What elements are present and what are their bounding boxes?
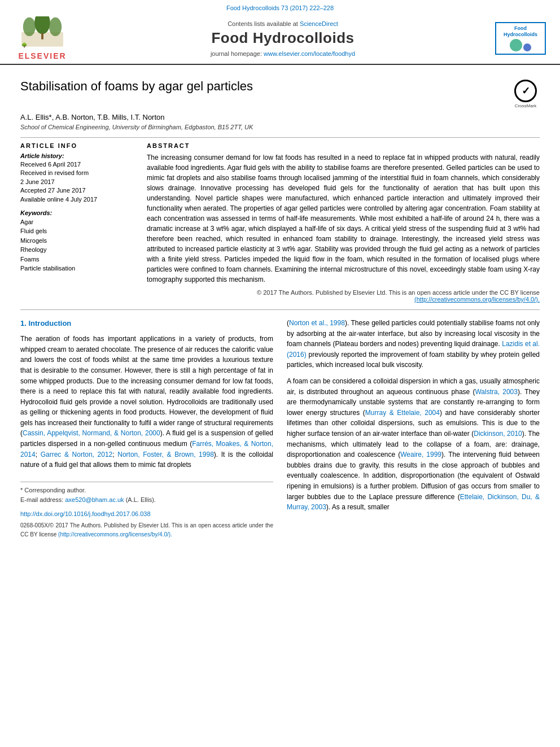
- cc-line: 0268-005X/© 2017 The Authors. Published …: [20, 521, 273, 539]
- crossmark-label: CrossMark: [515, 103, 537, 108]
- two-col-body: 1. Introduction The aeration of foods ha…: [20, 318, 540, 539]
- body-content: 1. Introduction The aeration of foods ha…: [20, 318, 540, 539]
- revised-date: Received in revised form 2 June 2017: [20, 169, 133, 186]
- ref-weaire[interactable]: Weaire, 1999: [400, 451, 441, 458]
- copyright-line: © 2017 The Authors. Published by Elsevie…: [147, 289, 540, 303]
- keywords-label: Keywords:: [20, 209, 133, 216]
- body-right-col: (Norton et al., 1998). These gelled part…: [287, 318, 540, 539]
- journal-ref: Food Hydrocolloids 73 (2017) 222–228: [226, 5, 334, 11]
- article-info-label: ARTICLE INFO: [20, 142, 133, 149]
- svg-text:🌳: 🌳: [21, 42, 28, 49]
- email-note: E-mail address: axe520@bham.ac.uk (A.L. …: [20, 495, 273, 505]
- authors: A.L. Ellis*, A.B. Norton, T.B. Mills, I.…: [20, 113, 540, 121]
- svg-point-2: [34, 16, 50, 34]
- article-info-col: ARTICLE INFO Article history: Received 6…: [20, 142, 133, 303]
- ref-norton1998[interactable]: Norton, Foster, & Brown, 1998: [117, 451, 214, 458]
- crossmark-badge: ✓ CrossMark: [511, 80, 540, 108]
- ref-lazidis[interactable]: Lazidis et al. (2016): [287, 340, 540, 359]
- article-title: Stabilisation of foams by agar gel parti…: [20, 78, 506, 95]
- sciencedirect-line: Contents lists available at ScienceDirec…: [85, 20, 481, 27]
- body-left-col: 1. Introduction The aeration of foods ha…: [20, 318, 273, 539]
- keyword-microgels: Microgels: [20, 236, 133, 246]
- journal-title-display: Food Hydrocolloids: [85, 29, 481, 47]
- elsevier-logo: 🌳 ELSEVIER: [11, 16, 73, 60]
- svg-point-1: [23, 18, 36, 36]
- journal-homepage: journal homepage: www.elsevier.com/locat…: [85, 50, 481, 57]
- article-history-label: Article history:: [20, 152, 133, 159]
- svg-point-3: [49, 18, 62, 36]
- svg-rect-4: [41, 33, 43, 40]
- logo-circle-blue: [523, 43, 531, 51]
- section1-heading: 1. Introduction: [20, 318, 273, 329]
- email-link[interactable]: axe520@bham.ac.uk: [65, 496, 124, 503]
- journal-center-info: Contents lists available at ScienceDirec…: [85, 20, 481, 57]
- abstract-col: ABSTRACT The increasing consumer demand …: [147, 142, 540, 303]
- crossmark-circle: ✓: [514, 80, 537, 102]
- cc-license-link[interactable]: (http://creativecommons.org/licenses/by/…: [414, 296, 540, 303]
- ref-ettelaie[interactable]: Ettelaie, Dickinson, Du, & Murray, 2003: [287, 493, 540, 512]
- keywords-list: Agar Fluid gels Microgels Rheology Foams…: [20, 217, 133, 273]
- ref-cassin[interactable]: Cassin, Appelqvist, Normand, & Norton, 2…: [23, 429, 160, 437]
- divider-2: [20, 309, 540, 310]
- journal-header: Food Hydrocolloids 73 (2017) 222–228 🌳 E…: [0, 0, 560, 65]
- logo-title-line1: Food: [500, 25, 541, 32]
- keyword-foams: Foams: [20, 255, 133, 264]
- body-right-p1: (Norton et al., 1998). These gelled part…: [287, 318, 540, 370]
- doi-link[interactable]: http://dx.doi.org/10.1016/j.foodhyd.2017…: [20, 510, 151, 517]
- keyword-agar: Agar: [20, 217, 133, 227]
- divider-1: [20, 137, 540, 138]
- journal-homepage-link[interactable]: www.elsevier.com/locate/foodhyd: [264, 50, 355, 57]
- abstract-label: ABSTRACT: [147, 142, 540, 149]
- ref-dickinson[interactable]: Dickinson, 2010: [474, 430, 522, 438]
- received-date: Received 6 April 2017: [20, 160, 133, 169]
- keyword-particle-stabilisation: Particle stabilisation: [20, 264, 133, 273]
- accepted-date: Accepted 27 June 2017: [20, 186, 133, 195]
- doi-line: http://dx.doi.org/10.1016/j.foodhyd.2017…: [20, 509, 273, 519]
- header-content: 🌳 ELSEVIER Contents lists available at S…: [0, 13, 560, 64]
- body-left-p1: The aeration of foods has important appl…: [20, 334, 273, 470]
- revised-date-val: 2 June 2017: [20, 178, 55, 185]
- body-right-p2: A foam can be considered a colloidal dis…: [287, 376, 540, 513]
- corresponding-author-note: * Corresponding author.: [20, 486, 273, 495]
- elsevier-wordmark: ELSEVIER: [18, 51, 66, 60]
- section1-title: Introduction: [28, 319, 71, 327]
- keyword-rheology: Rheology: [20, 245, 133, 255]
- ref-murray[interactable]: Murray & Ettelaie, 2004: [365, 409, 440, 417]
- keyword-fluid-gels: Fluid gels: [20, 226, 133, 236]
- sciencedirect-link[interactable]: ScienceDirect: [300, 20, 338, 27]
- footnote-area: * Corresponding author. E-mail address: …: [20, 482, 273, 505]
- abstract-text: The increasing consumer demand for low f…: [147, 152, 540, 285]
- elsevier-tree-icon: 🌳: [17, 16, 68, 50]
- cc-footer-link[interactable]: (http://creativecommons.org/licenses/by/…: [58, 531, 172, 538]
- main-content: Stabilisation of foams by agar gel parti…: [0, 65, 560, 548]
- logo-circle-green: [510, 39, 522, 51]
- journal-ref-line: Food Hydrocolloids 73 (2017) 222–228: [0, 0, 560, 13]
- ref-garrec[interactable]: Garrec & Norton, 2012: [41, 451, 113, 458]
- article-title-section: Stabilisation of foams by agar gel parti…: [20, 74, 540, 108]
- ref-walstra[interactable]: Walstra, 2003: [475, 388, 518, 396]
- logo-title-line2: Hydrocolloids: [500, 32, 541, 38]
- available-date: Available online 4 July 2017: [20, 195, 133, 204]
- ref-norton1998b[interactable]: Norton et al., 1998: [289, 319, 345, 327]
- affiliation: School of Chemical Engineering, Universi…: [20, 124, 540, 130]
- article-info-abstract: ARTICLE INFO Article history: Received 6…: [20, 142, 540, 303]
- journal-logo-right: Food Hydrocolloids: [492, 22, 549, 55]
